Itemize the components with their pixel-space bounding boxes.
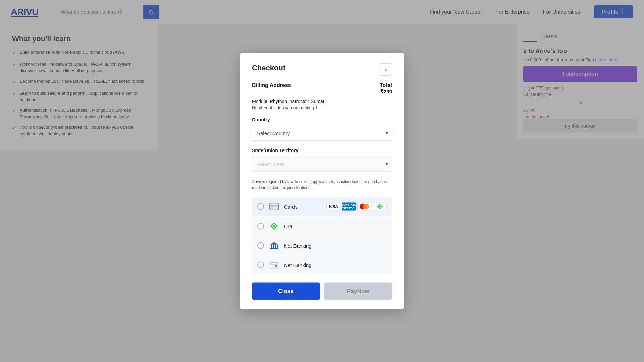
svg-marker-6 <box>378 205 381 208</box>
billing-row: Billing Address Total ₹299 <box>252 82 392 95</box>
radio-upi[interactable] <box>257 223 264 230</box>
cards-icon <box>269 203 279 210</box>
radio-cards[interactable] <box>257 203 264 210</box>
paynow-button[interactable]: PayNow <box>324 283 392 300</box>
close-modal-button[interactable]: Close <box>252 283 320 300</box>
svg-rect-13 <box>277 245 278 248</box>
total-amount: ₹299 <box>380 88 392 95</box>
module-info: Module: Phython Instructor: Sumat <box>252 99 392 104</box>
video-count: Number of video you are getting 1 <box>252 105 392 110</box>
svg-rect-10 <box>271 245 272 248</box>
modal-title: Checkout <box>252 64 285 72</box>
billing-address-label: Billing Address <box>252 82 291 88</box>
modal-footer: Close PayNow <box>252 283 392 300</box>
checkout-modal: Checkout × Billing Address Total ₹299 Mo… <box>240 53 404 309</box>
upi-label: UPI <box>284 223 387 229</box>
svg-marker-8 <box>272 225 276 228</box>
country-select-wrapper: Select Country ▾ <box>252 125 392 141</box>
svg-rect-14 <box>270 248 278 249</box>
wallet-icon-wrap <box>269 260 279 270</box>
netbanking-icon-wrap <box>269 241 279 250</box>
radio-netbanking1[interactable] <box>257 242 264 249</box>
payment-option-cards[interactable]: Cards VISA AMERICAN EXPRESS <box>252 197 392 216</box>
netbanking1-label: Net Banking <box>284 243 387 248</box>
svg-rect-1 <box>270 205 278 207</box>
modal-header: Checkout × <box>252 64 392 76</box>
bank-icon <box>269 242 279 250</box>
payment-option-netbanking1[interactable]: Net Banking <box>252 236 392 255</box>
svg-rect-11 <box>273 245 274 248</box>
payzapp-icon <box>373 202 387 211</box>
visa-icon: VISA <box>326 202 340 211</box>
wallet-icon <box>269 261 279 269</box>
svg-rect-12 <box>275 245 276 248</box>
amex-icon: AMERICAN EXPRESS <box>342 202 356 211</box>
upi-icon-wrap <box>269 222 279 231</box>
state-select[interactable]: Select State <box>252 156 392 172</box>
svg-rect-16 <box>275 265 277 267</box>
card-icons-row: VISA AMERICAN EXPRESS <box>326 202 387 211</box>
mastercard-icon <box>357 202 371 211</box>
radio-netbanking2[interactable] <box>257 262 264 268</box>
netbanking2-label: Net Banking <box>284 262 387 268</box>
upi-icon <box>269 223 279 230</box>
svg-marker-9 <box>270 242 278 245</box>
card-icon <box>269 202 279 212</box>
svg-rect-2 <box>271 208 273 209</box>
total-label: Total <box>380 82 392 88</box>
cards-label: Cards <box>284 204 322 209</box>
state-label: State/Union Territory <box>252 148 392 153</box>
modal-close-button[interactable]: × <box>380 64 392 76</box>
state-select-wrapper: Select State ▾ <box>252 156 392 172</box>
payment-option-upi[interactable]: UPI <box>252 217 392 236</box>
country-select[interactable]: Select Country <box>252 125 392 141</box>
tax-notice: Arivu is required by law to collect appl… <box>252 179 392 191</box>
country-label: Country <box>252 117 392 122</box>
payment-option-netbanking2[interactable]: Net Banking <box>252 256 392 275</box>
